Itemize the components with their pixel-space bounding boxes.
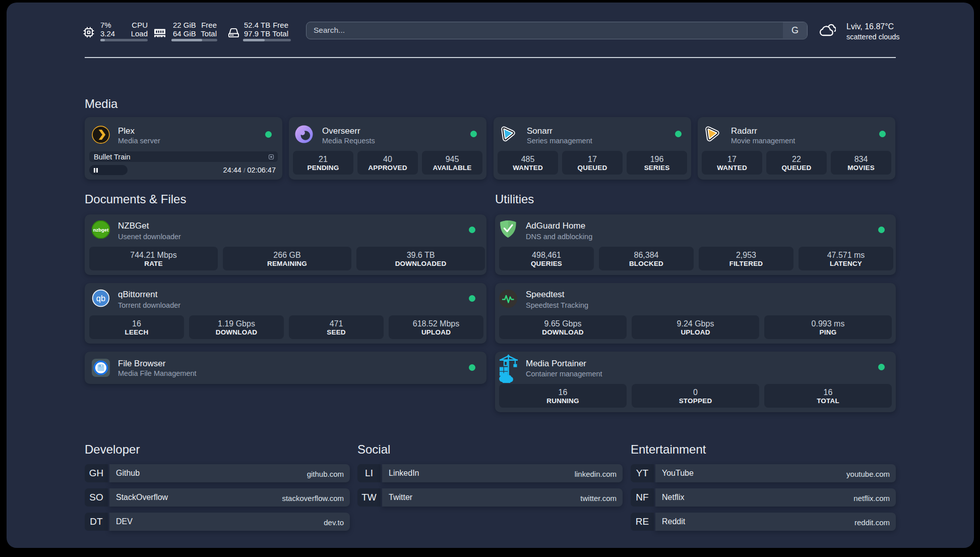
svg-text:nzbget: nzbget (93, 227, 109, 233)
svg-text:qb: qb (96, 294, 105, 303)
